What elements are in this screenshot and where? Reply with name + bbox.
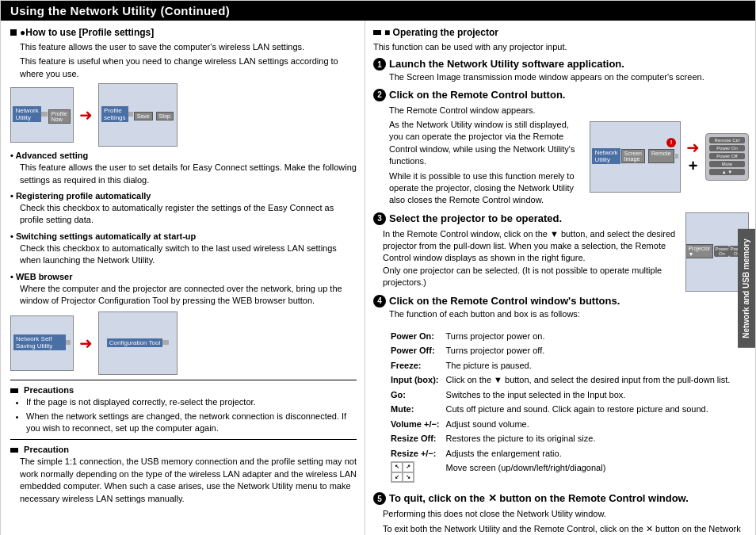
screenshot-left: Network Utility Profile Now: [10, 87, 74, 143]
func-row-5: Mute: Cuts off picture and sound. Click …: [391, 403, 730, 416]
function-table: Power On: Turns projector power on. Powe…: [389, 328, 731, 485]
func-desc-1: Turns projector power off.: [446, 344, 731, 357]
subsection-switching-heading: • Switching settings automatically at st…: [10, 231, 357, 241]
left-column: ●How to use [Profile settings] This feat…: [1, 21, 365, 535]
web-screenshots-row: Network Self Saving Utility ➜ Configurat…: [10, 311, 357, 375]
divider1: [10, 380, 357, 380]
arrow-tr: ↗: [403, 462, 414, 472]
step5-body2: To exit both the Network Utility and the…: [383, 523, 749, 535]
step3-title: Select the projector to be operated.: [389, 212, 681, 226]
func-row-1: Power Off: Turns projector power off.: [391, 344, 730, 357]
left-section-heading: ●How to use [Profile settings]: [10, 27, 357, 38]
precaution-section: Precaution The simple 1:1 connection, th…: [10, 445, 357, 505]
step3-content: Select the projector to be operated.: [389, 212, 681, 226]
screen-btn-save[interactable]: Save: [134, 112, 153, 120]
step5-title: To quit, click on the ✕ button on the Re…: [389, 492, 749, 506]
step1-body: The Screen Image transmission mode windo…: [389, 71, 749, 83]
precaution-body: The simple 1:1 connection, the USB memor…: [20, 456, 357, 505]
remote-btn4[interactable]: ▲ ▼: [709, 169, 745, 175]
screenshot-titlebar: Network Utility: [13, 106, 40, 122]
func-row-6: Volume +/−: Adjust sound volume.: [391, 418, 730, 431]
step3-row: 3 Select the projector to be operated.: [373, 212, 681, 226]
subsection-web-heading: • WEB browser: [10, 272, 357, 281]
func-row-8: Resize +/−: Adjusts the enlargement rati…: [391, 447, 730, 460]
func-label-5: Mute:: [391, 403, 445, 416]
func-row-4: Go: Switches to the input selected in th…: [391, 388, 730, 402]
screen-btn1[interactable]: Profile Now: [48, 109, 71, 124]
func-label-1: Power Off:: [391, 344, 445, 357]
right-section-heading: ■ Operating the projector: [373, 27, 749, 38]
subsection-advanced: • Advanced setting This feature allows t…: [10, 151, 357, 186]
precautions-list: If the page is not displayed correctly, …: [26, 396, 357, 434]
step5-row: 5 To quit, click on the ✕ button on the …: [373, 492, 749, 506]
step2-row: 2 Click on the Remote Control button.: [373, 89, 749, 102]
step2-num: 2: [373, 89, 386, 101]
nu-btn2[interactable]: Remote: [648, 149, 674, 163]
nu-btn1[interactable]: Screen Image: [621, 149, 645, 163]
step2-body2: As the Network Utility window is still d…: [389, 119, 585, 168]
precautions-heading: Precautions: [10, 385, 357, 395]
step2-content: Click on the Remote Control button.: [389, 89, 749, 102]
screenshot-right-titlebar: Profile settings: [101, 106, 128, 122]
step3-rb1[interactable]: Power On: [714, 246, 729, 257]
step5-num: 5: [373, 492, 386, 505]
func-label-3: Input (box):: [391, 373, 445, 387]
step2-body1: The Remote Control window appears.: [389, 105, 585, 117]
precautions-section: Precautions If the page is not displayed…: [10, 385, 357, 434]
screen-btn-stop[interactable]: Stop: [156, 112, 174, 120]
step2-imgs-group: Network Utility Screen Image Remote ! ➜: [590, 105, 749, 209]
func-desc-2: The picture is paused.: [446, 359, 731, 373]
right-heading-text: ■ Operating the projector: [384, 27, 498, 38]
step5-body1: Performing this does not close the Netwo…: [383, 508, 749, 520]
step5-content: To quit, click on the ✕ button on the Re…: [389, 492, 749, 506]
arrow-grid: ↖ ↗ ↙ ↘: [391, 461, 414, 483]
precaution-item-0: If the page is not displayed correctly, …: [26, 396, 357, 408]
func-desc-7: Restores the picture to its original siz…: [446, 432, 731, 445]
web-arrow-icon: ➜: [79, 334, 93, 353]
step4-num: 4: [373, 295, 386, 308]
func-label-4: Go:: [391, 388, 445, 402]
remote-btn1[interactable]: Power On: [709, 145, 745, 151]
bullet-icon: [10, 29, 17, 36]
step2-remote-screen: Remote Ctrl Power On Power Off Mute ▲ ▼: [705, 133, 749, 181]
subsection-web: • WEB browser Where the computer and the…: [10, 272, 357, 308]
step4-row: 4 Click on the Remote Control window's b…: [373, 295, 749, 323]
web-screen-right-titlebar: Configuration Tool: [107, 338, 162, 347]
func-row-9: ↖ ↗ ↙ ↘ Move screen (up/down/left/right/…: [391, 461, 730, 483]
step3-dropdown[interactable]: Projector ▼: [685, 244, 713, 258]
screen-right-buttons: Save Stop: [133, 111, 174, 121]
precaution-item-1: When the network settings are changed, t…: [26, 411, 357, 435]
step3-buttons: Projector ▼: [685, 243, 714, 259]
remote-btn2[interactable]: Power Off: [709, 153, 745, 159]
func-desc-4: Switches to the input selected in the In…: [446, 388, 731, 402]
subsection-register-body: Check this checkbox to automatically reg…: [20, 202, 357, 227]
step1-content: Launch the Network Utility software appl…: [389, 58, 749, 86]
subsection-register: • Registering profile automatically Chec…: [10, 191, 357, 227]
remote-titlebar: Remote Ctrl: [709, 137, 745, 143]
bullet-rect-icon: [10, 388, 18, 393]
func-desc-5: Cuts off picture and sound. Click again …: [446, 403, 731, 416]
right-section-intro: This function can be used with any proje…: [373, 41, 749, 53]
page-body: ●How to use [Profile settings] This feat…: [1, 21, 755, 535]
func-label-8: Resize +/−:: [391, 447, 445, 460]
remote-btn3[interactable]: Mute: [709, 161, 745, 167]
func-row-7: Resize Off: Restores the picture to its …: [391, 432, 730, 445]
subsection-register-heading: • Registering profile automatically: [10, 191, 357, 201]
web-right-row4: [167, 340, 169, 345]
func-desc-0: Turns projector power on.: [446, 330, 731, 343]
nu-row2: [677, 154, 678, 159]
step4-content: Click on the Remote Control window's but…: [389, 295, 749, 323]
arrow-icon: ➜: [79, 105, 93, 124]
step2-body3: While it is possible to use this functio…: [389, 170, 585, 207]
func-row-0: Power On: Turns projector power on.: [391, 330, 730, 343]
web-screenshot-left: Network Self Saving Utility: [10, 315, 74, 371]
func-desc-6: Adjust sound volume.: [446, 418, 731, 431]
step2-network-utility-screen: Network Utility Screen Image Remote !: [590, 121, 681, 193]
screenshot-right: Profile settings Save Stop: [98, 83, 178, 147]
func-desc-8: Adjusts the enlargement ratio.: [446, 447, 731, 460]
subsection-advanced-body: This feature allows the user to set deta…: [20, 162, 357, 186]
arrow-bl: ↙: [391, 472, 403, 483]
step3-main: 3 Select the projector to be operated. I…: [373, 212, 681, 292]
precaution-heading: Precaution: [10, 445, 357, 454]
page-title: Using the Network Utility (Continued): [10, 4, 230, 17]
